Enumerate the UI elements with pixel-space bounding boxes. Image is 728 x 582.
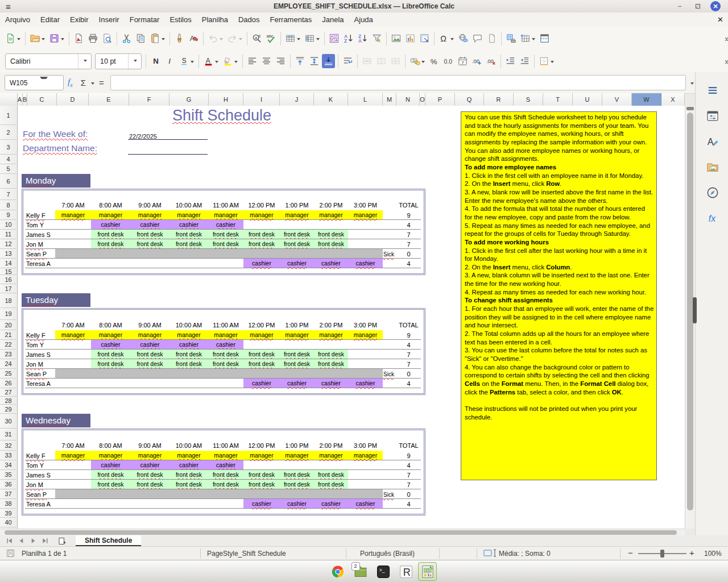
row-header-36[interactable]: 36	[0, 480, 16, 489]
hyperlink-button[interactable]	[457, 31, 470, 45]
highlight-color-button[interactable]	[221, 54, 239, 68]
shift-cell[interactable]: manager	[243, 210, 280, 219]
shift-cell[interactable]: front desk	[169, 480, 208, 488]
shift-cell[interactable]: front desk	[169, 470, 208, 479]
underline-button[interactable]: S	[177, 54, 196, 68]
shift-cell[interactable]: cashier	[169, 460, 208, 469]
employee-name-cell[interactable]: Tom Y	[26, 340, 55, 348]
column-header-G[interactable]: G	[169, 93, 209, 106]
shift-cell[interactable]: front desk	[280, 350, 314, 358]
column-header-P[interactable]: P	[425, 93, 455, 106]
column-header-F[interactable]: F	[129, 93, 169, 106]
shift-cell[interactable]: front desk	[280, 359, 314, 368]
row-header-24[interactable]: 24	[0, 359, 16, 369]
day-header-wednesday[interactable]: Wednesday	[22, 414, 90, 427]
shift-cell[interactable]: cashier	[243, 499, 280, 508]
time-header-cell[interactable]: 9:00 AM	[130, 440, 169, 449]
row-header-32[interactable]: 32	[0, 440, 16, 451]
shift-cell[interactable]: manager	[55, 330, 91, 339]
previous-sheet-button[interactable]	[15, 537, 27, 546]
shift-cell[interactable]: manager	[208, 451, 243, 459]
employee-name-cell[interactable]: Kelly F	[26, 210, 55, 219]
close-button[interactable]: ✕	[710, 1, 721, 11]
time-header-cell[interactable]: 10:00 AM	[169, 440, 208, 449]
shift-cell[interactable]: front desk	[314, 480, 348, 488]
taskbar-app-file-manager[interactable]: 2	[351, 562, 370, 581]
shift-cell[interactable]: manager	[130, 451, 169, 459]
insert-column-button[interactable]	[303, 31, 321, 45]
shift-cell[interactable]: manager	[208, 210, 243, 219]
align-bottom-button[interactable]	[322, 54, 335, 68]
shift-cell[interactable]: front desk	[243, 230, 280, 238]
shift-cell[interactable]: front desk	[169, 230, 208, 238]
time-header-cell[interactable]: 7:00 AM	[55, 200, 91, 209]
column-header-H[interactable]: H	[209, 93, 243, 106]
select-all-corner[interactable]	[0, 93, 18, 106]
shift-cell[interactable]: manager	[169, 210, 208, 219]
time-header-cell[interactable]: 11:00 AM	[208, 320, 243, 329]
sort-descending-button[interactable]: ZA	[356, 31, 369, 45]
total-value-cell[interactable]: 7	[396, 350, 421, 358]
shift-cell[interactable]: front desk	[280, 239, 314, 248]
column-header-E[interactable]: E	[89, 93, 129, 106]
shift-cell[interactable]: cashier	[208, 220, 243, 228]
column-header-S[interactable]: S	[514, 93, 543, 106]
shift-cell[interactable]: front desk	[280, 470, 314, 479]
shift-cell[interactable]: cashier	[130, 340, 169, 348]
time-header-cell[interactable]: 10:00 AM	[169, 320, 208, 329]
sheet-title-cell[interactable]: Shift Schedule	[91, 107, 353, 124]
row-header-21[interactable]: 21	[0, 330, 16, 340]
zoom-in-button[interactable]: +	[689, 546, 694, 560]
employee-name-cell[interactable]: Teresa A	[26, 259, 55, 267]
shift-cell[interactable]: cashier	[314, 259, 348, 267]
total-value-cell[interactable]: 4	[396, 340, 421, 348]
shift-cell[interactable]: cashier	[91, 460, 130, 469]
sort-button[interactable]: AZZA	[328, 31, 341, 45]
open-button[interactable]	[28, 31, 47, 45]
shift-cell[interactable]: manager	[130, 210, 169, 219]
underline-dropdown[interactable]	[191, 61, 194, 65]
app-menu-icon[interactable]: ≡	[6, 2, 11, 11]
shift-cell[interactable]: manager	[348, 451, 383, 459]
shift-cell[interactable]: manager	[314, 451, 348, 459]
shift-cell[interactable]: cashier	[169, 220, 208, 228]
total-value-cell[interactable]: 4	[396, 220, 421, 228]
close-document-button[interactable]: ✕	[717, 13, 723, 27]
total-value-cell[interactable]: 0	[396, 369, 421, 377]
split-handle[interactable]	[686, 107, 694, 110]
format-currency-button[interactable]	[408, 54, 427, 68]
shift-cell[interactable]: cashier	[130, 220, 169, 228]
selection-stats[interactable]: Média: ; Soma: 0	[499, 547, 551, 560]
row-header-29[interactable]: 29	[0, 405, 16, 414]
column-header-W[interactable]: W	[632, 93, 661, 106]
column-header-Q[interactable]: Q	[455, 93, 484, 106]
column-header-D[interactable]: D	[57, 93, 89, 106]
insert-column-dropdown[interactable]	[316, 38, 320, 42]
column-header-V[interactable]: V	[602, 93, 632, 106]
total-value-cell[interactable]: 7	[396, 470, 421, 479]
shift-cell[interactable]: manager	[91, 451, 130, 459]
menu-estilos[interactable]: Estilos	[164, 13, 196, 27]
menu-dados[interactable]: Dados	[233, 13, 265, 27]
total-header-cell[interactable]: TOTAL	[396, 320, 421, 329]
employee-name-cell[interactable]: James S	[26, 470, 55, 479]
shift-cell[interactable]: front desk	[169, 350, 208, 358]
shift-cell[interactable]: manager	[280, 330, 314, 339]
shift-cell[interactable]: manager	[314, 330, 348, 339]
autofilter-button[interactable]	[370, 31, 383, 45]
shift-cell[interactable]: cashier	[348, 379, 383, 387]
shift-cell[interactable]: front desk	[169, 359, 208, 368]
shift-cell[interactable]: front desk	[208, 239, 243, 248]
row-header-10[interactable]: 10	[0, 220, 16, 230]
paste-dropdown[interactable]	[162, 38, 165, 42]
format-date-button[interactable]: 7	[456, 54, 469, 68]
shift-cell[interactable]: front desk	[130, 239, 169, 248]
column-header-I[interactable]: I	[243, 93, 280, 106]
spelling-button[interactable]: abc	[264, 31, 278, 45]
row-header-18[interactable]: 18	[0, 293, 16, 308]
column-header-R[interactable]: R	[484, 93, 514, 106]
shift-cell[interactable]: cashier	[314, 499, 348, 508]
shift-cell[interactable]: front desk	[130, 350, 169, 358]
last-sheet-button[interactable]	[39, 537, 51, 546]
employee-name-cell[interactable]: Sean P	[26, 249, 55, 257]
